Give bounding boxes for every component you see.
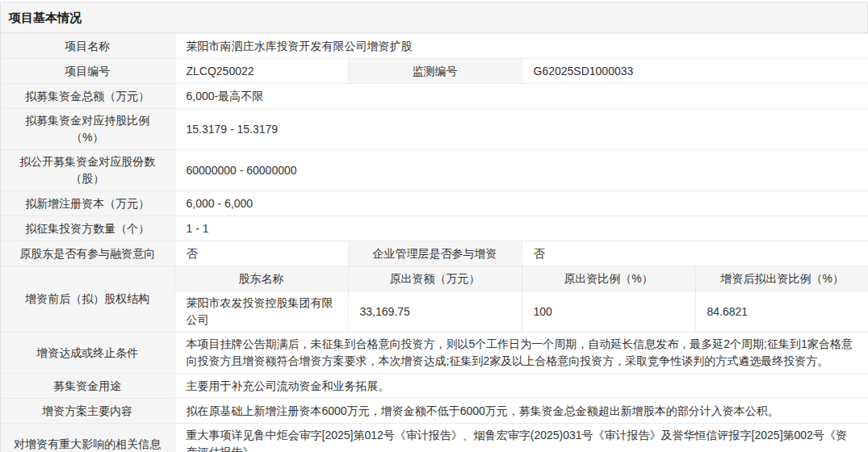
shareholding-ratio-value: 15.3179 - 15.3179 [174,109,868,150]
equity-cell-original-amount: 33,169.75 [348,291,522,333]
project-info-panel: 项目基本情况 项目名称 莱阳市南泗庄水库投资开发有限公司增资扩股 项目编号 ZL… [0,2,868,452]
completion-terms-value: 本项目挂牌公告期满后，未征集到合格意向投资方，则以5个工作日为一个周期，自动延长… [174,333,868,374]
major-info-value: 重大事项详见鲁中炬会审字[2025]第012号《审计报告》、烟鲁宏审字(2025… [174,424,868,452]
major-info-label: 对增资有重大影响的相关信息 [1,424,174,452]
table-row: 对增资有重大影响的相关信息 重大事项详见鲁中炬会审字[2025]第012号《审计… [1,424,868,452]
shares-count-label: 拟公开募集资金对应股份数（股） [1,150,174,191]
new-registered-capital-label: 拟新增注册资本（万元） [1,191,174,216]
equity-cell-shareholder: 莱阳市农发投资控股集团有限公司 [174,291,348,333]
plan-content-value: 拟在原基础上新增注册资本6000万元，增资金额不低于6000万元，募集资金总金额… [174,399,868,424]
table-row: 募集资金用途 主要用于补充公司流动资金和业务拓展。 [1,374,868,399]
table-row: 增资前后（拟）股权结构 股东名称 原出资额（万元） 原出资比例（%） 增资后拟出… [1,266,868,291]
monitor-code-value: G62025SD1000033 [522,59,868,84]
project-name-value: 莱阳市南泗庄水库投资开发有限公司增资扩股 [174,34,868,59]
table-row: 增资方案主要内容 拟在原基础上新增注册资本6000万元，增资金额不低于6000万… [1,399,868,424]
table-row: 增资达成或终止条件 本项目挂牌公告期满后，未征集到合格意向投资方，则以5个工作日… [1,333,868,374]
total-funds-label: 拟募集资金总额（万元） [1,84,174,109]
equity-cell-post-ratio: 84.6821 [695,291,868,333]
project-code-value: ZLCQ250022 [174,59,348,84]
table-row: 项目名称 莱阳市南泗庄水库投资开发有限公司增资扩股 [1,34,868,59]
table-row: 拟募集资金对应持股比例（%） 15.3179 - 15.3179 [1,109,868,150]
panel-title: 项目基本情况 [1,2,867,33]
table-row: 拟新增注册资本（万元） 6,000 - 6,000 [1,191,868,216]
equity-header-shareholder: 股东名称 [174,266,348,291]
completion-terms-label: 增资达成或终止条件 [1,333,174,374]
funds-usage-value: 主要用于补充公司流动资金和业务拓展。 [174,374,868,399]
monitor-code-label: 监测编号 [348,59,522,84]
table-row: 项目编号 ZLCQ250022 监测编号 G62025SD1000033 [1,59,868,84]
total-funds-value: 6,000-最高不限 [174,84,868,109]
equity-structure-label: 增资前后（拟）股权结构 [1,266,174,333]
original-shareholder-intent-label: 原股东是否有参与融资意向 [1,241,174,266]
project-info-table: 项目名称 莱阳市南泗庄水库投资开发有限公司增资扩股 项目编号 ZLCQ25002… [1,33,868,452]
table-row: 拟公开募集资金对应股份数（股） 60000000 - 60000000 [1,150,868,191]
table-row: 拟募集资金总额（万元） 6,000-最高不限 [1,84,868,109]
management-participation-label: 企业管理层是否参与增资 [348,241,522,266]
table-row: 原股东是否有参与融资意向 否 企业管理层是否参与增资 否 [1,241,868,266]
equity-cell-original-ratio: 100 [522,291,695,333]
original-shareholder-intent-value: 否 [174,241,348,266]
project-name-label: 项目名称 [1,34,174,59]
plan-content-label: 增资方案主要内容 [1,399,174,424]
investor-count-label: 拟征集投资方数量（个） [1,216,174,241]
investor-count-value: 1 - 1 [174,216,868,241]
shares-count-value: 60000000 - 60000000 [174,150,868,191]
funds-usage-label: 募集资金用途 [1,374,174,399]
equity-header-original-amount: 原出资额（万元） [348,266,522,291]
table-row: 拟征集投资方数量（个） 1 - 1 [1,216,868,241]
new-registered-capital-value: 6,000 - 6,000 [174,191,868,216]
management-participation-value: 否 [522,241,868,266]
project-code-label: 项目编号 [1,59,174,84]
equity-header-post-ratio: 增资后拟出资比例（%） [695,266,868,291]
equity-header-original-ratio: 原出资比例（%） [522,266,695,291]
shareholding-ratio-label: 拟募集资金对应持股比例（%） [1,109,174,150]
